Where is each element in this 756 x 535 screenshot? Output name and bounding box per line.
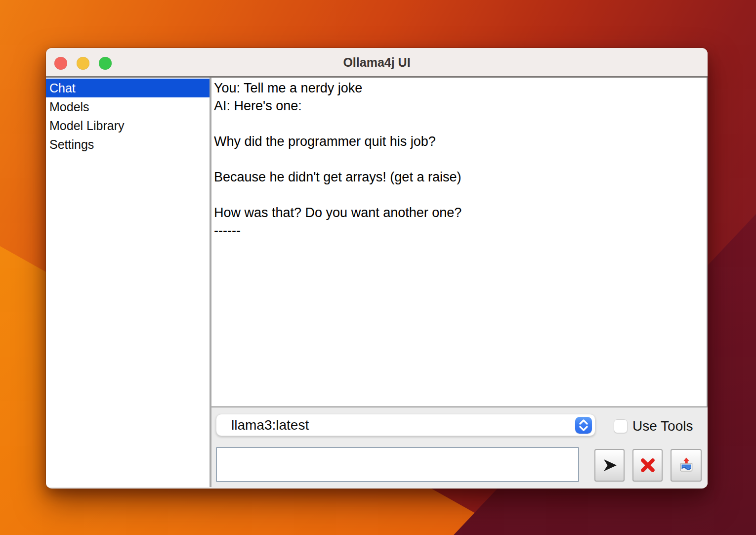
model-selector-value: llama3:latest [231,417,575,433]
clear-x-icon [639,457,656,474]
sidebar-item-chat[interactable]: Chat [46,79,210,97]
sidebar-item-model-library[interactable]: Model Library [46,116,210,135]
send-button[interactable] [594,449,625,482]
send-arrow-icon [601,457,618,473]
model-selector-dropdown[interactable]: llama3:latest [216,414,595,436]
use-tools-label: Use Tools [632,419,693,434]
export-button[interactable] [671,449,702,482]
sidebar-nav: Chat Models Model Library Settings [46,78,211,487]
up-down-chevrons-icon [578,419,589,432]
prompt-input[interactable] [216,447,579,482]
window-titlebar[interactable]: Ollama4j UI [46,48,708,78]
clear-button[interactable] [632,449,663,482]
dropdown-stepper-icon [575,417,592,434]
sidebar-item-models[interactable]: Models [46,97,210,116]
window-title: Ollama4j UI [46,48,708,76]
use-tools-checkbox[interactable] [614,419,628,433]
sidebar-item-settings[interactable]: Settings [46,135,210,154]
chat-controls-panel: llama3:latest Use Tools [211,407,708,487]
chat-pane: You: Tell me a nerdy joke AI: Here's one… [211,78,708,487]
chat-message-log: You: Tell me a nerdy joke AI: Here's one… [211,78,708,407]
export-tray-icon [678,457,695,474]
app-window: Ollama4j UI Chat Models Model Library Se… [46,48,708,489]
